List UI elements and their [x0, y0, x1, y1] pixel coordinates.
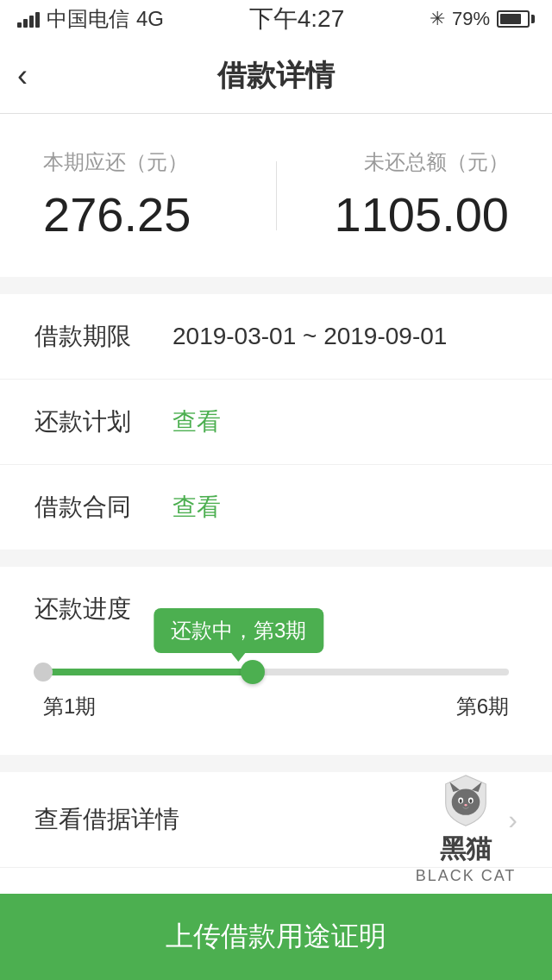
page-title: 借款详情	[217, 56, 335, 96]
progress-fill	[43, 669, 253, 675]
progress-track	[43, 669, 509, 675]
loan-contract-row[interactable]: 借款合同 查看	[0, 465, 552, 550]
blackcat-shield-icon	[423, 773, 509, 828]
status-bar: 中国电信 4G 下午4:27 ✳ 79%	[0, 0, 552, 38]
progress-section: 还款进度 还款中，第3期 第1期 第6期	[0, 567, 552, 755]
current-amount-item: 本期应还（元） 276.25	[43, 148, 259, 242]
blackcat-title: 黑猫	[440, 832, 492, 867]
blackcat-watermark: 黑猫 BLACK CAT	[380, 773, 552, 894]
loan-period-value: 2019-03-01 ~ 2019-09-01	[172, 323, 518, 350]
current-amount-value: 276.25	[43, 186, 259, 242]
progress-labels: 第1期 第6期	[43, 693, 509, 720]
upload-proof-label: 上传借款用途证明	[166, 918, 386, 956]
time-label: 下午4:27	[249, 3, 345, 35]
svg-point-7	[464, 804, 467, 806]
repay-plan-label: 还款计划	[34, 405, 172, 438]
upload-proof-button[interactable]: 上传借款用途证明	[0, 894, 552, 980]
info-section: 借款期限 2019-03-01 ~ 2019-09-01 还款计划 查看 借款合…	[0, 294, 552, 550]
total-amount-value: 1105.00	[294, 186, 510, 242]
bluetooth-icon: ✳	[430, 8, 445, 30]
signal-icon	[17, 10, 40, 28]
svg-point-0	[452, 789, 480, 815]
progress-thumb	[241, 660, 265, 684]
progress-container: 还款中，第3期 第1期 第6期	[43, 669, 509, 720]
blackcat-subtitle: BLACK CAT	[416, 867, 517, 885]
status-right: ✳ 79%	[430, 8, 535, 30]
battery-percent: 79%	[452, 8, 490, 30]
loan-period-row: 借款期限 2019-03-01 ~ 2019-09-01	[0, 294, 552, 380]
svg-point-6	[469, 799, 472, 803]
total-amount-label: 未还总额（元）	[294, 148, 510, 176]
repay-plan-link[interactable]: 查看	[172, 405, 518, 438]
progress-tooltip: 还款中，第3期	[154, 608, 323, 653]
current-amount-label: 本期应还（元）	[43, 148, 259, 176]
nav-bar: ‹ 借款详情	[0, 38, 552, 114]
progress-start-label: 第1期	[43, 693, 96, 720]
amount-section: 本期应还（元） 276.25 未还总额（元） 1105.00	[0, 114, 552, 277]
loan-contract-label: 借款合同	[34, 491, 172, 524]
progress-start-dot	[34, 663, 53, 682]
loan-contract-link[interactable]: 查看	[172, 491, 518, 524]
back-button[interactable]: ‹	[17, 58, 28, 94]
carrier-label: 中国电信	[47, 5, 129, 33]
menu-label-loan-detail: 查看借据详情	[34, 803, 179, 836]
svg-point-5	[460, 799, 462, 803]
total-amount-item: 未还总额（元） 1105.00	[294, 148, 510, 242]
repay-plan-row[interactable]: 还款计划 查看	[0, 380, 552, 465]
progress-end-label: 第6期	[456, 693, 509, 720]
battery-icon	[497, 10, 535, 28]
amount-divider	[276, 161, 277, 230]
loan-period-label: 借款期限	[34, 320, 172, 353]
network-label: 4G	[136, 7, 164, 31]
status-left: 中国电信 4G	[17, 5, 164, 33]
